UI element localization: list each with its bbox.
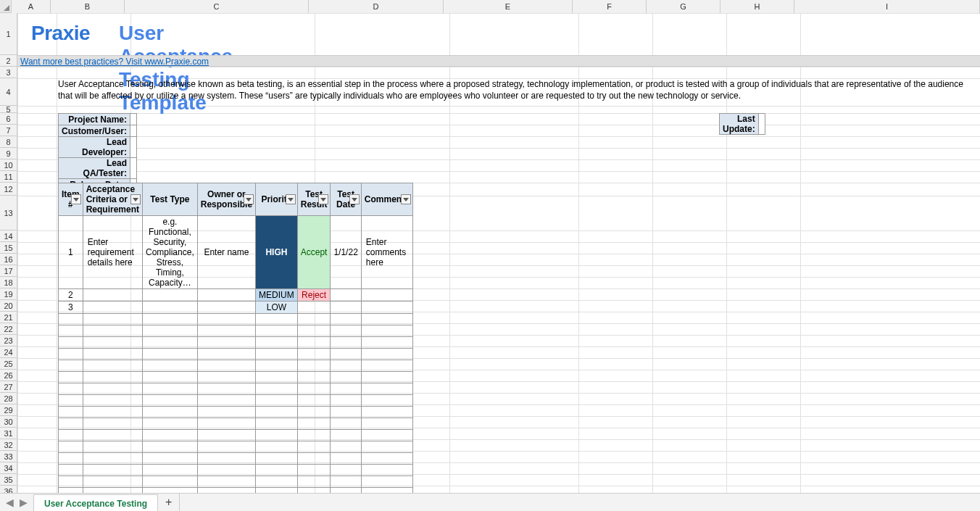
row-header-24[interactable]: 24 bbox=[0, 346, 17, 358]
row-header-34[interactable]: 34 bbox=[0, 462, 17, 474]
cell-priority[interactable]: HIGH bbox=[256, 216, 298, 289]
row-header-22[interactable]: 22 bbox=[0, 323, 17, 335]
row-header-18[interactable]: 18 bbox=[0, 277, 17, 288]
table-row[interactable] bbox=[59, 453, 413, 465]
table-row[interactable] bbox=[59, 407, 413, 418]
col-comments[interactable]: Comments bbox=[361, 183, 412, 216]
row-header-12[interactable]: 12 bbox=[0, 183, 17, 196]
input-lead-developer[interactable] bbox=[130, 137, 137, 158]
row-header-4[interactable]: 4 bbox=[0, 78, 17, 106]
col-header-C[interactable]: C bbox=[125, 0, 309, 13]
table-row[interactable]: 2MEDIUMReject bbox=[59, 289, 413, 302]
filter-icon[interactable] bbox=[244, 194, 254, 204]
row-header-5[interactable]: 5 bbox=[0, 106, 17, 113]
row-header-11[interactable]: 11 bbox=[0, 171, 17, 183]
col-testtype[interactable]: Test Type bbox=[143, 183, 198, 216]
row-header-15[interactable]: 15 bbox=[0, 242, 17, 254]
row-header-26[interactable]: 26 bbox=[0, 370, 17, 381]
filter-icon[interactable] bbox=[130, 194, 141, 204]
col-priority[interactable]: Priority bbox=[256, 183, 298, 216]
col-header-I[interactable]: I bbox=[794, 0, 980, 13]
table-row[interactable] bbox=[59, 476, 413, 488]
filter-icon[interactable] bbox=[71, 194, 81, 204]
col-item[interactable]: Item # bbox=[59, 183, 83, 216]
table-row[interactable] bbox=[59, 325, 413, 337]
select-all-corner[interactable] bbox=[0, 0, 12, 13]
table-row[interactable]: 3LOW bbox=[59, 302, 413, 314]
cell-item[interactable]: 1 bbox=[59, 216, 83, 289]
table-row[interactable] bbox=[59, 314, 413, 325]
row-header-14[interactable]: 14 bbox=[0, 230, 17, 242]
row-header-23[interactable]: 23 bbox=[0, 335, 17, 346]
cell-result[interactable]: Reject bbox=[297, 289, 331, 302]
row-header-30[interactable]: 30 bbox=[0, 416, 17, 428]
filter-icon[interactable] bbox=[318, 194, 328, 204]
cell-comments[interactable] bbox=[361, 302, 412, 314]
cell-priority[interactable]: LOW bbox=[256, 302, 298, 314]
col-owner[interactable]: Owner or Responsible bbox=[197, 183, 255, 216]
table-row[interactable] bbox=[59, 488, 413, 494]
cell-date[interactable] bbox=[331, 289, 361, 302]
filter-icon[interactable] bbox=[286, 194, 296, 204]
col-criteria[interactable]: Acceptance Criteria or Requirement bbox=[83, 183, 142, 216]
cell-result[interactable] bbox=[297, 302, 331, 314]
row-header-13[interactable]: 13 bbox=[0, 196, 17, 230]
cell-item[interactable]: 2 bbox=[59, 289, 83, 302]
cell-testtype[interactable] bbox=[143, 289, 198, 302]
table-row[interactable] bbox=[59, 372, 413, 383]
col-header-G[interactable]: G bbox=[647, 0, 721, 13]
row-header-20[interactable]: 20 bbox=[0, 300, 17, 312]
cell-owner[interactable] bbox=[197, 302, 255, 314]
cell-criteria[interactable] bbox=[83, 302, 142, 314]
row-header-8[interactable]: 8 bbox=[0, 136, 17, 148]
col-result[interactable]: Test Result bbox=[297, 183, 331, 216]
cell-testtype[interactable]: e.g. Functional, Security, Compliance, S… bbox=[143, 216, 198, 289]
cell-priority[interactable]: MEDIUM bbox=[256, 289, 298, 302]
table-row[interactable] bbox=[59, 337, 413, 349]
row-header-36[interactable]: 36 bbox=[0, 486, 17, 493]
row-header-27[interactable]: 27 bbox=[0, 381, 17, 393]
col-date[interactable]: Test Date bbox=[331, 183, 361, 216]
cell-item[interactable]: 3 bbox=[59, 302, 83, 314]
cell-date[interactable] bbox=[331, 302, 361, 314]
col-header-F[interactable]: F bbox=[573, 0, 647, 13]
table-row[interactable] bbox=[59, 360, 413, 372]
row-header-6[interactable]: 6 bbox=[0, 113, 17, 125]
cell-comments[interactable]: Enter comments here bbox=[361, 216, 412, 289]
row-header-1[interactable]: 1 bbox=[0, 13, 17, 55]
col-header-H[interactable]: H bbox=[721, 0, 794, 13]
table-row[interactable] bbox=[59, 349, 413, 360]
row-header-7[interactable]: 7 bbox=[0, 125, 17, 136]
table-row[interactable] bbox=[59, 441, 413, 453]
row-header-9[interactable]: 9 bbox=[0, 148, 17, 159]
row-header-2[interactable]: 2 bbox=[0, 55, 17, 67]
row-header-16[interactable]: 16 bbox=[0, 254, 17, 265]
cell-result[interactable]: Accept bbox=[297, 216, 331, 289]
filter-icon[interactable] bbox=[401, 194, 411, 204]
table-row[interactable] bbox=[59, 465, 413, 476]
table-row[interactable] bbox=[59, 418, 413, 430]
col-header-E[interactable]: E bbox=[444, 0, 573, 13]
filter-icon[interactable] bbox=[349, 194, 360, 204]
table-row[interactable] bbox=[59, 395, 413, 407]
row-header-31[interactable]: 31 bbox=[0, 428, 17, 439]
table-row[interactable]: 1Enter requirement details heree.g. Func… bbox=[59, 216, 413, 289]
row-header-35[interactable]: 35 bbox=[0, 474, 17, 486]
row-header-19[interactable]: 19 bbox=[0, 288, 17, 300]
row-header-29[interactable]: 29 bbox=[0, 404, 17, 416]
row-header-28[interactable]: 28 bbox=[0, 393, 17, 404]
input-customer[interactable] bbox=[130, 125, 137, 137]
row-header-10[interactable]: 10 bbox=[0, 159, 17, 171]
table-row[interactable] bbox=[59, 383, 413, 395]
table-row[interactable] bbox=[59, 430, 413, 441]
row-header-17[interactable]: 17 bbox=[0, 265, 17, 277]
col-header-D[interactable]: D bbox=[309, 0, 444, 13]
input-project-name[interactable] bbox=[130, 114, 137, 125]
input-last-update[interactable] bbox=[758, 114, 765, 135]
row-header-21[interactable]: 21 bbox=[0, 312, 17, 323]
input-lead-qa[interactable] bbox=[130, 158, 137, 179]
row-header-33[interactable]: 33 bbox=[0, 451, 17, 462]
row-header-25[interactable]: 25 bbox=[0, 358, 17, 370]
row-header-32[interactable]: 32 bbox=[0, 439, 17, 451]
cell-date[interactable]: 1/1/22 bbox=[331, 216, 361, 289]
